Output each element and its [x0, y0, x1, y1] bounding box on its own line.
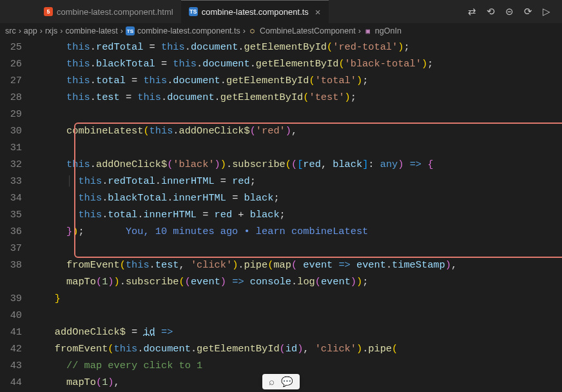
chevron-right-icon: ›	[243, 26, 246, 35]
run-icon[interactable]: ▷	[543, 6, 550, 17]
tab-label: combine-latest.component.html	[57, 7, 173, 17]
crumb-app[interactable]: app	[24, 26, 37, 35]
tabbar-leading-spacer	[0, 0, 36, 23]
method-icon: ▣	[363, 26, 373, 35]
tab-bar: 5 combine-latest.component.html TS combi…	[0, 0, 562, 23]
chat-icon[interactable]: 💬	[281, 376, 293, 387]
crumb-folder[interactable]: combine-latest	[66, 26, 118, 35]
editor-actions: ⇄ ⟲ ⊝ ⟳ ▷	[456, 6, 562, 17]
tab-label: combine-latest.component.ts	[202, 7, 309, 17]
diff-toggle-icon[interactable]: ⊝	[505, 6, 514, 17]
html-icon: 5	[44, 7, 53, 16]
crumb-rxjs[interactable]: rxjs	[45, 26, 57, 35]
close-icon[interactable]: ×	[313, 6, 321, 17]
code-content[interactable]: this.redTotal = this.document.getElement…	[31, 39, 562, 392]
chevron-right-icon: ›	[19, 26, 21, 35]
crumb-class[interactable]: CombineLatestComponent	[260, 26, 356, 35]
class-icon: ⬡	[248, 26, 257, 35]
floating-quick-bar: ⌕ 💬	[262, 374, 300, 389]
tab-ts-file[interactable]: TS combine-latest.component.ts ×	[181, 0, 329, 23]
breadcrumb[interactable]: src › app › rxjs › combine-latest › TS c…	[0, 23, 562, 39]
search-icon[interactable]: ⌕	[269, 376, 275, 387]
code-editor[interactable]: 2526272829303132333435363738 39404142434…	[0, 39, 562, 392]
chevron-right-icon: ›	[121, 26, 123, 35]
ts-file-icon: TS	[126, 26, 135, 35]
chevron-right-icon: ›	[358, 26, 361, 35]
crumb-src[interactable]: src	[5, 26, 16, 35]
crumb-method[interactable]: ngOnIn	[375, 26, 402, 35]
tab-html-file[interactable]: 5 combine-latest.component.html	[36, 0, 181, 23]
diff-next-icon[interactable]: ⟳	[524, 6, 532, 17]
diff-prev-icon[interactable]: ⟲	[487, 6, 495, 17]
ts-icon: TS	[189, 7, 198, 16]
scm-icon[interactable]: ⇄	[468, 6, 476, 17]
chevron-right-icon: ›	[40, 26, 43, 35]
line-number-gutter: 2526272829303132333435363738 39404142434…	[0, 39, 31, 392]
crumb-file[interactable]: combine-latest.component.ts	[137, 26, 240, 35]
chevron-right-icon: ›	[60, 26, 63, 35]
